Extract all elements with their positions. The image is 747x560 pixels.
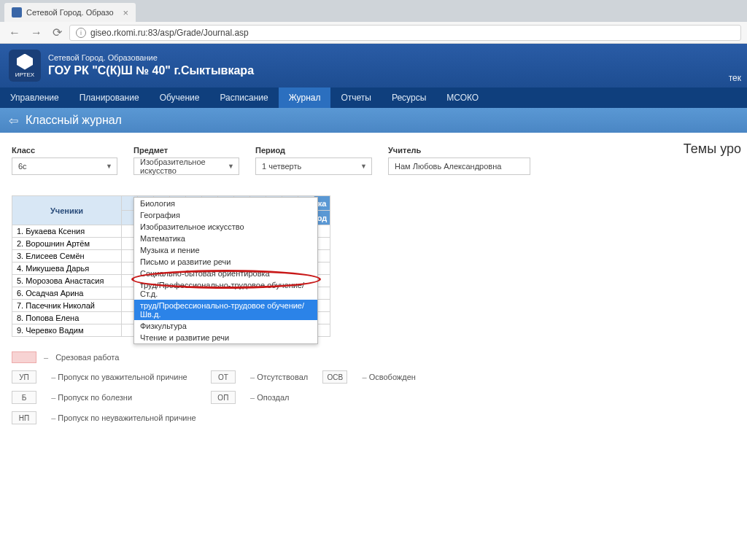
legend-code: ОТ	[211, 370, 236, 384]
dropdown-option[interactable]: Физкультура	[134, 320, 317, 332]
legend-codes: УП– Пропуск по уважительной причинеОТ– О…	[12, 370, 420, 424]
student-name: 2. Ворошнин Артём	[12, 238, 122, 250]
page-title-bar: ⇦ Классный журнал	[0, 108, 747, 133]
chevron-down-icon: ▼	[228, 163, 234, 170]
app-header: ИРТЕХ Сетевой Город. Образование ГОУ РК …	[0, 44, 747, 88]
back-icon[interactable]: ←	[6, 25, 23, 41]
filter-row: Класс 6c ▼ Предмет Изобразительное искус…	[12, 146, 735, 175]
header-right-text: тек	[729, 73, 741, 83]
swatch-srezovaya	[12, 351, 36, 363]
reload-icon[interactable]: ⟳	[50, 24, 65, 41]
legend-text: – Опоздал	[250, 393, 312, 402]
browser-chrome: Сетевой Город. Образо × ← → ⟳ i giseo.rk…	[0, 0, 747, 44]
nav-item-6[interactable]: Ресурсы	[382, 88, 436, 108]
url-text: giseo.rkomi.ru:83/asp/Grade/Journal.asp	[90, 28, 249, 38]
legend-text: – Пропуск по болезни	[51, 393, 201, 402]
school-name: ГОУ РК "С(К)Ш № 40" г.Сыктывкара	[48, 63, 254, 79]
dropdown-subject[interactable]: БиологияГеографияИзобразительное искусст…	[133, 197, 318, 344]
address-bar: ← → ⟳ i giseo.rkomi.ru:83/asp/Grade/Jour…	[0, 22, 747, 44]
legend-text: – Освобожден	[363, 373, 421, 381]
dropdown-option[interactable]: Чтение и развитие речи	[134, 332, 317, 343]
logo-icon: ИРТЕХ	[9, 50, 41, 82]
students-header: Ученики	[12, 196, 122, 225]
nav-item-5[interactable]: Отчеты	[330, 88, 381, 108]
legend-text: – Пропуск по уважительной причине	[51, 373, 201, 381]
legend-code: ОП	[211, 391, 236, 404]
legend-text: – Пропуск по неуважительной причине	[51, 413, 201, 422]
dropdown-option[interactable]: География	[134, 209, 317, 221]
page-title: Классный журнал	[26, 114, 122, 127]
main-nav: УправлениеПланированиеОбучениеРасписание…	[0, 88, 747, 108]
select-period[interactable]: 1 четверть ▼	[255, 158, 372, 175]
student-name: 1. Букаева Ксения	[12, 225, 122, 238]
filter-teacher: Учитель Нам Любовь Александровна	[388, 146, 530, 175]
nav-item-1[interactable]: Планирование	[69, 88, 150, 108]
student-name: 3. Елисеев Семён	[12, 250, 122, 262]
dropdown-option[interactable]: Письмо и развитие речи	[134, 256, 317, 268]
label-class: Класс	[12, 146, 117, 155]
label-subject: Предмет	[133, 146, 239, 155]
student-name: 9. Черевко Вадим	[12, 324, 122, 337]
filter-class: Класс 6c ▼	[12, 146, 117, 175]
url-input[interactable]: i giseo.rkomi.ru:83/asp/Grade/Journal.as…	[69, 25, 741, 41]
favicon-icon	[12, 7, 22, 18]
site-info-icon[interactable]: i	[76, 28, 86, 38]
nav-item-2[interactable]: Обучение	[150, 88, 210, 108]
student-name: 7. Пасечник Николай	[12, 300, 122, 312]
student-name: 4. Микушева Дарья	[12, 262, 122, 275]
nav-item-7[interactable]: МСОКО	[436, 88, 489, 108]
dropdown-option[interactable]: Математика	[134, 233, 317, 244]
nav-item-0[interactable]: Управление	[0, 88, 69, 108]
app-titles: Сетевой Город. Образование ГОУ РК "С(К)Ш…	[48, 52, 254, 78]
select-class[interactable]: 6c ▼	[12, 158, 117, 175]
nav-item-4[interactable]: Журнал	[279, 88, 331, 108]
tab-strip: Сетевой Город. Образо ×	[0, 0, 747, 22]
legend-code: НП	[12, 411, 36, 424]
legend-code: ОСВ	[322, 370, 347, 384]
nav-item-3[interactable]: Расписание	[210, 88, 279, 108]
section-heading: Темы уро	[684, 141, 741, 157]
legend-swatch-row: – Срезовая работа	[12, 351, 735, 363]
legend-text: – Отсутствовал	[250, 373, 312, 381]
dropdown-option[interactable]: труд/Профессионально-трудовое обучение/Ш…	[134, 300, 317, 320]
back-page-icon[interactable]: ⇦	[9, 114, 18, 128]
filter-subject: Предмет Изобразительное искусство ▼	[133, 146, 239, 175]
label-teacher: Учитель	[388, 146, 530, 155]
chevron-down-icon: ▼	[360, 163, 367, 170]
grade-grid: Ученикикаод1. Букаева Ксения2. Ворошнин …	[12, 195, 735, 337]
student-name: 5. Морозова Анастасия	[12, 275, 122, 287]
label-period: Период	[255, 146, 372, 155]
legend-code: Б	[12, 391, 36, 404]
dropdown-option[interactable]: труд/Профессионально-трудовое обучение/С…	[134, 279, 317, 300]
legend: – Срезовая работа УП– Пропуск по уважите…	[12, 351, 735, 424]
system-name: Сетевой Город. Образование	[48, 52, 254, 63]
dropdown-option[interactable]: Музыка и пение	[134, 244, 317, 256]
browser-tab[interactable]: Сетевой Город. Образо ×	[4, 3, 136, 22]
dropdown-option[interactable]: Биология	[134, 198, 317, 209]
chevron-down-icon: ▼	[106, 163, 112, 170]
legend-code: УП	[12, 370, 36, 384]
content: Темы уро Класс 6c ▼ Предмет Изобразитель…	[0, 133, 747, 435]
filter-period: Период 1 четверть ▼	[255, 146, 372, 175]
tab-title: Сетевой Город. Образо	[26, 8, 114, 17]
forward-icon[interactable]: →	[28, 25, 45, 41]
select-subject[interactable]: Изобразительное искусство ▼	[133, 158, 239, 175]
dropdown-option[interactable]: Социально-бытовая ориентировка	[134, 268, 317, 279]
student-name: 6. Осадчая Арина	[12, 287, 122, 300]
close-icon[interactable]: ×	[123, 7, 128, 18]
select-teacher[interactable]: Нам Любовь Александровна	[388, 158, 530, 175]
dropdown-option[interactable]: Изобразительное искусство	[134, 221, 317, 233]
swatch-label: Срезовая работа	[55, 353, 119, 362]
student-name: 8. Попова Елена	[12, 312, 122, 324]
